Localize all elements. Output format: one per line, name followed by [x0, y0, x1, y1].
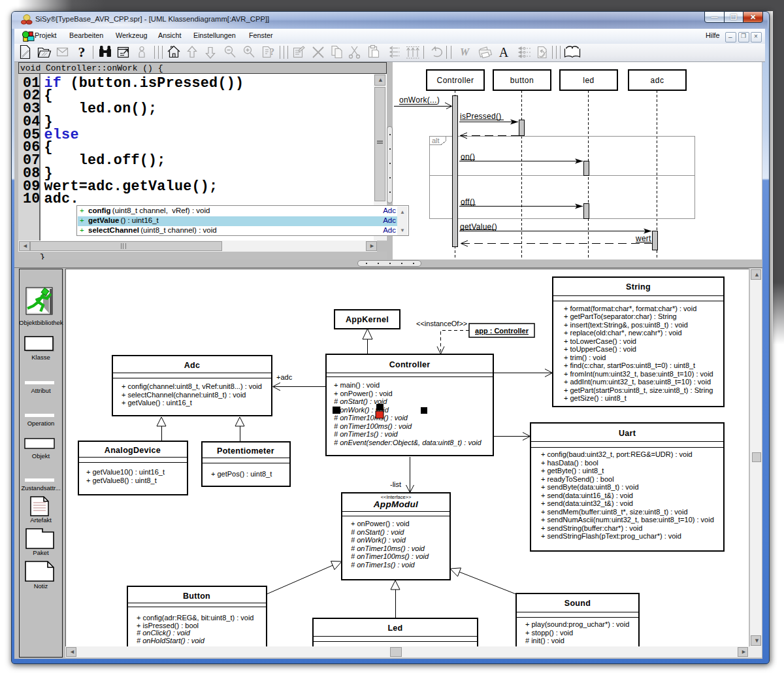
- svg-text:button: button: [510, 76, 534, 85]
- svg-text:getValue(): getValue(): [460, 222, 497, 231]
- svg-text:<<instanceOf>>: <<instanceOf>>: [416, 320, 467, 327]
- svg-text:Button: Button: [183, 592, 210, 601]
- svg-text:AppKernel: AppKernel: [346, 315, 389, 324]
- svg-text:Controller: Controller: [389, 360, 431, 369]
- svg-text:+ sendStringFlash(pText:prog_u: + sendStringFlash(pText:prog_uchar*) : v…: [541, 532, 681, 540]
- svg-text:+ getValue10() : uint16_t: + getValue10() : uint16_t: [86, 468, 165, 476]
- svg-text:+ hasData() : bool: + hasData() : bool: [541, 459, 598, 467]
- svg-text:# onHoldStart() : void: # onHoldStart() : void: [137, 637, 205, 644]
- svg-text:adc: adc: [651, 76, 664, 85]
- svg-text:+ readyToSend() : bool: + readyToSend() : bool: [541, 475, 614, 483]
- svg-text:+ insert(text:String&, pos:uin: + insert(text:String&, pos:uint8_t) : vo…: [564, 321, 688, 329]
- svg-text:Controller: Controller: [436, 76, 474, 85]
- svg-text:led: led: [583, 76, 595, 85]
- svg-text:# init() : void: # init() : void: [525, 637, 564, 644]
- svg-text:# onTimer1s() : void: # onTimer1s() : void: [334, 430, 399, 438]
- svg-text:Potentiometer: Potentiometer: [217, 446, 274, 456]
- svg-text:String: String: [626, 282, 651, 292]
- svg-text:+ selectChannel(channel:uint8_: + selectChannel(channel:uint8_t) : void: [122, 391, 246, 399]
- svg-text:Sound: Sound: [564, 599, 591, 608]
- svg-text:# onClick() : void: # onClick() : void: [137, 629, 191, 637]
- svg-text:+ getPartTo(separator:char) :: + getPartTo(separator:char) : String: [564, 312, 677, 320]
- svg-text:+ send(data:uint16_t&) : void: + send(data:uint16_t&) : void: [541, 492, 633, 499]
- svg-text:+ getValue8() : uint8_t: + getValue8() : uint8_t: [86, 476, 157, 484]
- svg-text:alt: alt: [432, 137, 440, 144]
- svg-text:?: ?: [78, 44, 86, 60]
- svg-text:# onEvent(sender:Object&, data: # onEvent(sender:Object&, data:uint8_t) …: [334, 439, 482, 446]
- svg-text:+ stopp() : void: + stopp() : void: [525, 629, 573, 637]
- svg-text:onWork(...): onWork(...): [399, 95, 440, 105]
- svg-text:# onStart() : void: # onStart() : void: [351, 528, 404, 536]
- svg-text:+ format(format:char*, format:: + format(format:char*, format:char*) : v…: [564, 305, 696, 312]
- svg-text:# onTimer100ms() : void: # onTimer100ms() : void: [334, 422, 412, 430]
- svg-text:W: W: [460, 46, 470, 58]
- svg-text:+ toLowerCase() : void: + toLowerCase() : void: [564, 337, 636, 345]
- svg-text:+ sendString(buffer:char*) : v: + sendString(buffer:char*) : void: [541, 524, 642, 532]
- svg-text:+ replace(old:char*, new:cahr*: + replace(old:char*, new:cahr*) : void: [564, 329, 682, 337]
- svg-text:# onTimer100ms() : void: # onTimer100ms() : void: [351, 552, 429, 560]
- svg-text:app : Controller: app : Controller: [475, 327, 529, 335]
- svg-text:+ find(c:char, startPos:uint8_: + find(c:char, startPos:uint8_t=0) : uin…: [564, 361, 695, 369]
- svg-text:+ trim() : void: + trim() : void: [564, 354, 606, 361]
- svg-text:# onTimer1s() : void: # onTimer1s() : void: [351, 561, 416, 569]
- svg-text:isPressed(): isPressed(): [460, 112, 501, 121]
- svg-text:+ getPart(startPos:uint8_t, si: + getPart(startPos:uint8_t, size:uint8_t…: [564, 386, 713, 394]
- svg-text:# onTimer10ms() : void: # onTimer10ms() : void: [351, 544, 425, 552]
- svg-text:# onTimer10ms() : void: # onTimer10ms() : void: [334, 414, 408, 422]
- svg-text:+ isPressed() : bool: + isPressed() : bool: [137, 622, 199, 629]
- svg-text:+ config(baud:uint32_t, port:R: + config(baud:uint32_t, port:REG&=UDR) :…: [541, 450, 693, 458]
- svg-text:+ getPos() : uint8_t: + getPos() : uint8_t: [211, 470, 272, 478]
- svg-text:?: ?: [270, 47, 274, 57]
- svg-text:AnalogDevice: AnalogDevice: [105, 446, 161, 455]
- svg-text:+ getValue() : uint16_t: + getValue() : uint16_t: [122, 399, 192, 407]
- svg-text:+ main() : void: + main() : void: [334, 381, 380, 389]
- svg-text:off(): off(): [461, 197, 475, 207]
- svg-text:A: A: [499, 45, 509, 59]
- svg-text:+ fromInt(num:uint32_t, base:u: + fromInt(num:uint32_t, base:uint8_t=10)…: [564, 370, 713, 378]
- svg-text:+ play(sound:prog_uchar*) : vo: + play(sound:prog_uchar*) : void: [525, 620, 629, 628]
- svg-text:# onWork() : void: # onWork() : void: [351, 536, 406, 544]
- svg-text:+ toUpperCase() : void: + toUpperCase() : void: [564, 345, 636, 353]
- svg-text:+ sendByte(data:uint8_t) : voi: + sendByte(data:uint8_t) : void: [541, 483, 639, 491]
- svg-text:+ sendNumAscii(num:uint32_t, b: + sendNumAscii(num:uint32_t, base:uint8_…: [541, 516, 714, 524]
- svg-text:+ sendMem(buffer:uint8_t*, siz: + sendMem(buffer:uint8_t*, size:uint8_t)…: [541, 508, 688, 516]
- svg-text:+ onPower() : void: + onPower() : void: [334, 390, 393, 397]
- svg-text:-list: -list: [390, 480, 401, 488]
- svg-text:+ send(data:uint32_t&) : void: + send(data:uint32_t&) : void: [541, 499, 633, 507]
- svg-text:+ getByte() : uint8_t: + getByte() : uint8_t: [541, 467, 604, 475]
- svg-text:+adc: +adc: [276, 373, 293, 381]
- svg-text:wert: wert: [635, 234, 651, 243]
- svg-text:AppModul: AppModul: [373, 499, 418, 509]
- svg-text:on(): on(): [461, 152, 475, 161]
- svg-text:Adc: Adc: [184, 361, 201, 370]
- svg-text:+ config(adr:REG&, bit:uint8_t: + config(adr:REG&, bit:uint8_t) : void: [137, 614, 253, 622]
- svg-text:+ config(channel:uint8_t, vRef: + config(channel:uint8_t, vRef:unit8...)…: [122, 382, 262, 390]
- svg-text:Led: Led: [387, 624, 402, 633]
- svg-text:+ onPower() : void: + onPower() : void: [351, 520, 410, 527]
- svg-text:+ addInt(num:uint32_t, base:ui: + addInt(num:uint32_t, base:uint8_t=10) …: [564, 378, 711, 386]
- svg-text:+ getSize() : uint8_t: + getSize() : uint8_t: [564, 394, 627, 402]
- svg-text:Uart: Uart: [619, 429, 636, 438]
